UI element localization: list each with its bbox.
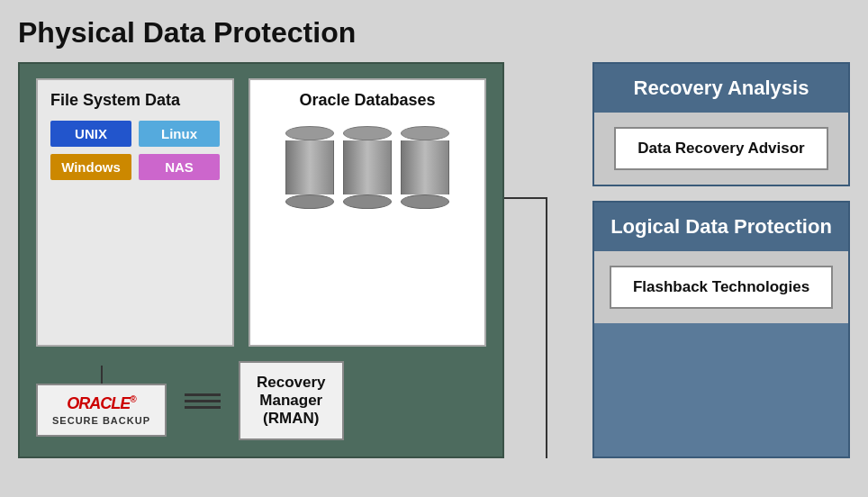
secure-backup-label: SECURE BACKUP bbox=[50, 415, 152, 426]
cyl-top-2 bbox=[343, 126, 392, 140]
cyl-bottom-3 bbox=[401, 194, 449, 209]
logical-protection-title: Logical Data Protection bbox=[610, 215, 832, 238]
rman-title-2: Manager bbox=[257, 392, 326, 410]
h-connector-line bbox=[504, 197, 547, 199]
cyl-body-2 bbox=[343, 140, 392, 194]
bottom-section: ORACLE® SECURE BACKUP Recovery Manager (… bbox=[36, 361, 486, 440]
physical-data-box: File System Data UNIX Linux Windows NAS … bbox=[18, 62, 504, 458]
main-container: Physical Data Protection File System Dat… bbox=[0, 0, 868, 497]
recovery-analysis-header: Recovery Analysis bbox=[594, 64, 848, 113]
oracle-secure-box: ORACLE® SECURE BACKUP bbox=[36, 384, 167, 437]
conn-line-3 bbox=[185, 406, 221, 409]
flashback-technologies-box: Flashback Technologies bbox=[610, 266, 833, 309]
fs-badges: UNIX Linux Windows NAS bbox=[50, 121, 220, 180]
content-area: File System Data UNIX Linux Windows NAS … bbox=[18, 62, 850, 458]
oracle-logo: ORACLE® bbox=[50, 394, 152, 413]
recovery-analysis-body: Data Recovery Advisor bbox=[594, 113, 848, 185]
data-recovery-advisor-box: Data Recovery Advisor bbox=[614, 127, 828, 170]
file-system-title: File System Data bbox=[50, 91, 220, 110]
recovery-analysis-title: Recovery Analysis bbox=[634, 77, 809, 99]
cyl-bottom-2 bbox=[343, 194, 392, 209]
right-panels: Recovery Analysis Data Recovery Advisor … bbox=[547, 62, 850, 458]
v-connector-line bbox=[546, 199, 547, 458]
logical-protection-body: Flashback Technologies bbox=[594, 251, 848, 323]
logical-protection-header: Logical Data Protection bbox=[594, 203, 848, 251]
file-system-panel: File System Data UNIX Linux Windows NAS bbox=[36, 78, 234, 347]
badge-nas: NAS bbox=[139, 154, 220, 180]
rman-box: Recovery Manager (RMAN) bbox=[239, 361, 344, 440]
rman-title: Recovery bbox=[257, 374, 326, 392]
conn-line-2 bbox=[185, 400, 221, 402]
connector-lines bbox=[185, 393, 221, 409]
cyl-top-1 bbox=[285, 126, 334, 140]
cyl-top-3 bbox=[401, 126, 449, 140]
cyl-body-3 bbox=[401, 140, 449, 194]
oracle-db-title: Oracle Databases bbox=[299, 91, 435, 110]
cylinder-1 bbox=[285, 126, 334, 209]
conn-line-1 bbox=[185, 393, 221, 396]
cyl-bottom-1 bbox=[285, 194, 334, 209]
cylinder-2 bbox=[343, 126, 392, 209]
recovery-analysis-section: Recovery Analysis Data Recovery Advisor bbox=[592, 62, 850, 186]
cylinder-3 bbox=[401, 126, 449, 209]
badge-linux: Linux bbox=[139, 121, 220, 147]
logical-protection-section: Logical Data Protection Flashback Techno… bbox=[592, 201, 850, 458]
cyl-body-1 bbox=[285, 140, 334, 194]
physical-inner: File System Data UNIX Linux Windows NAS … bbox=[36, 78, 486, 347]
page-title: Physical Data Protection bbox=[18, 16, 850, 50]
rman-title-3: (RMAN) bbox=[257, 410, 326, 428]
oracle-db-panel: Oracle Databases bbox=[249, 78, 486, 347]
h-connector-area bbox=[504, 62, 547, 458]
db-cylinders bbox=[285, 126, 449, 209]
badge-windows: Windows bbox=[50, 154, 131, 180]
badge-unix: UNIX bbox=[50, 121, 131, 147]
